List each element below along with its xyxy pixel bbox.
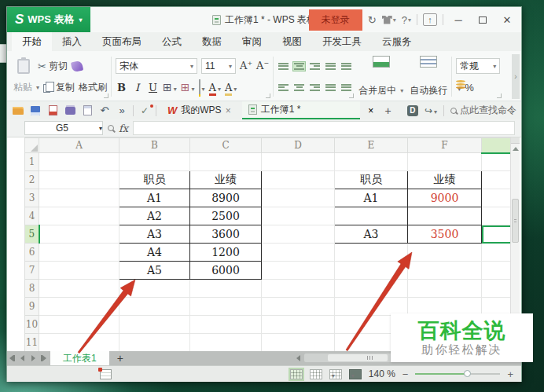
cell-G4[interactable] — [482, 207, 513, 225]
tab-view[interactable]: 视图 — [272, 32, 312, 51]
tab-page-layout[interactable]: 页面布局 — [92, 32, 152, 51]
skin-button[interactable]: ▾ — [382, 16, 396, 24]
cell-E7[interactable] — [335, 262, 408, 280]
tab-review[interactable]: 审阅 — [232, 32, 272, 51]
zoom-slider-handle[interactable] — [464, 370, 471, 377]
cell-F3[interactable]: 9000 — [408, 189, 482, 207]
docer-icon[interactable]: D — [407, 105, 418, 116]
cell-G6[interactable] — [482, 244, 513, 262]
cell-A1[interactable] — [39, 153, 119, 171]
row-header-11[interactable]: 11 — [25, 334, 39, 352]
cell-D11[interactable] — [262, 334, 335, 352]
cell-G5[interactable] — [482, 225, 513, 244]
cell-C6[interactable]: 1200 — [190, 244, 262, 262]
merge-center-button[interactable]: 合并居中 — [355, 54, 406, 99]
fill-color-button[interactable] — [199, 80, 205, 94]
name-box[interactable]: G5 ▾ — [24, 121, 103, 135]
row-header-6[interactable]: 6 — [25, 244, 39, 262]
scrollbar-thumb[interactable] — [512, 199, 519, 243]
print-preview-button[interactable] — [81, 104, 94, 116]
cell-F5[interactable]: 3500 — [408, 225, 482, 244]
select-all-corner[interactable] — [25, 138, 39, 153]
cell-F1[interactable] — [408, 153, 482, 171]
eye-protect-button[interactable] — [349, 369, 362, 379]
format-painter-button[interactable]: 格式刷 — [79, 81, 107, 94]
cell-C10[interactable] — [190, 316, 262, 334]
row-header-2[interactable]: 2 — [25, 171, 39, 189]
cut-button[interactable]: ✂剪切 — [38, 60, 68, 73]
formula-input[interactable] — [133, 121, 515, 135]
tab-cloud[interactable]: 云服务 — [372, 32, 422, 51]
col-header-C[interactable]: C — [190, 138, 262, 153]
bold-button[interactable]: B — [116, 82, 127, 93]
cell-E1[interactable] — [335, 153, 408, 171]
font-color-button[interactable]: A — [209, 80, 221, 94]
cell-G2[interactable] — [482, 171, 513, 189]
cell-F6[interactable] — [408, 244, 482, 262]
row-header-5[interactable]: 5 — [25, 225, 39, 244]
increase-font-button[interactable]: A+ — [240, 60, 252, 71]
help-button[interactable]: ?▾ — [402, 14, 411, 26]
cell-C4[interactable]: 2500 — [190, 207, 262, 225]
tab-data[interactable]: 数据 — [192, 32, 232, 51]
cell-D8[interactable] — [262, 280, 335, 298]
col-header-F[interactable]: F — [408, 138, 482, 153]
highlight-button[interactable]: A — [225, 80, 237, 94]
zoom-out-button[interactable]: − — [402, 368, 409, 380]
row-header-9[interactable]: 9 — [25, 298, 39, 316]
align-left-button[interactable] — [278, 83, 289, 92]
cell-C2[interactable]: 业绩 — [190, 171, 262, 189]
cell-A6[interactable] — [39, 244, 119, 262]
cell-B10[interactable] — [119, 316, 190, 334]
decrease-font-button[interactable]: A− — [256, 60, 269, 71]
tab-home[interactable]: 开始 — [12, 32, 52, 51]
cell-B5[interactable]: A3 — [119, 225, 190, 244]
split-handle[interactable] — [511, 137, 520, 144]
col-header-A[interactable]: A — [39, 138, 119, 153]
cell-F2[interactable]: 业绩 — [408, 171, 482, 189]
col-header-G[interactable] — [482, 138, 513, 153]
normal-view-button[interactable] — [290, 369, 303, 379]
cell-A9[interactable] — [39, 298, 119, 316]
cell-A11[interactable] — [39, 334, 119, 352]
close-tab-icon[interactable]: × — [226, 105, 231, 116]
sync-icon[interactable]: ↻ — [368, 14, 377, 26]
cell-B4[interactable]: A2 — [119, 207, 190, 225]
cell-C8[interactable] — [190, 280, 262, 298]
page-layout-view-button[interactable] — [329, 369, 342, 379]
horizontal-scrollbar[interactable] — [296, 353, 392, 363]
font-size-select[interactable]: 11 — [201, 58, 236, 74]
cell-B2[interactable]: 职员 — [119, 171, 190, 189]
login-button[interactable]: 未登录 — [309, 9, 362, 31]
close-button[interactable]: ✕ — [498, 12, 516, 27]
dialog-launcher-icon[interactable] — [497, 93, 502, 98]
cell-E4[interactable] — [335, 207, 408, 225]
tab-developer[interactable]: 开发工具 — [312, 32, 372, 51]
number-format-select[interactable]: 常规 — [456, 58, 500, 74]
currency-button[interactable] — [456, 80, 461, 94]
dialog-launcher-icon[interactable] — [104, 93, 108, 98]
wps-home-tab[interactable]: W 我的WPS × — [161, 101, 237, 119]
cell-F8[interactable] — [408, 280, 482, 298]
cell-A4[interactable] — [39, 207, 119, 225]
prev-sheet-button[interactable] — [20, 355, 24, 361]
cell-B6[interactable]: A4 — [119, 244, 190, 262]
cell-A3[interactable] — [39, 189, 119, 207]
next-sheet-button[interactable] — [31, 355, 35, 361]
cell-G1[interactable] — [482, 153, 513, 171]
new-tab-button[interactable]: + — [382, 104, 395, 116]
wps-app-menu-button[interactable]: S WPS 表格 ▾ — [7, 7, 90, 32]
align-center-button[interactable] — [293, 83, 305, 92]
cell-B1[interactable] — [119, 153, 190, 171]
align-right-button[interactable] — [309, 83, 321, 92]
minimize-button[interactable]: ─ — [449, 12, 468, 27]
collapse-ribbon-button[interactable]: ↑ — [423, 13, 437, 26]
scroll-left-icon[interactable] — [296, 355, 300, 361]
open-file-button[interactable] — [12, 104, 24, 116]
font-name-select[interactable]: 宋体 — [116, 58, 197, 74]
dialog-launcher-icon[interactable] — [349, 93, 354, 98]
maximize-button[interactable] — [473, 12, 492, 27]
cell-B9[interactable] — [119, 298, 190, 316]
row-header-8[interactable]: 8 — [25, 280, 39, 298]
cell-C7[interactable]: 6000 — [190, 262, 262, 280]
